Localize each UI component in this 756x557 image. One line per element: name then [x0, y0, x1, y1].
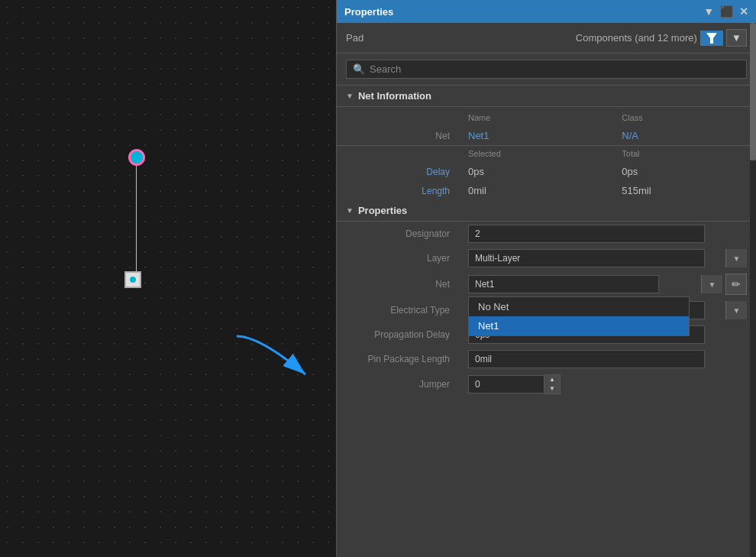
layer-select-arrow-icon: ▼ — [725, 249, 747, 267]
panel-header-controls: ▼ ⬛ ✕ — [703, 5, 748, 18]
net-select[interactable]: Net1 — [468, 275, 659, 293]
net-row: Net Net1 N/A — [337, 126, 756, 146]
stepper-up-button[interactable]: ▲ — [544, 375, 560, 384]
blue-arrow — [229, 329, 321, 392]
length-selected: 0mil — [459, 181, 612, 200]
net-info-table: Name Class Net Net1 N/A Selected Total D… — [337, 107, 756, 200]
properties-section-header: ▼ Properties — [337, 200, 756, 222]
jumper-stepper: ▲ ▼ — [468, 374, 747, 394]
net-field-wrap: Net1 ▼ No Net Net1 ✏ — [468, 274, 747, 295]
svg-marker-1 — [706, 33, 717, 44]
filter-button[interactable] — [700, 31, 723, 46]
properties-panel: Properties ▼ ⬛ ✕ Pad Components (and 12 … — [336, 0, 756, 557]
class-col-header: Class — [612, 107, 756, 126]
sub-header: Pad Components (and 12 more) ▼ — [337, 23, 756, 53]
name-col-header: Name — [459, 107, 612, 126]
length-row: Length 0mil 515mil — [337, 181, 756, 200]
jumper-input[interactable] — [468, 375, 544, 393]
pad-circle[interactable] — [128, 149, 145, 166]
total-col-header: Total — [612, 146, 756, 163]
canvas-area — [0, 0, 336, 557]
delay-selected: 0ps — [459, 162, 612, 181]
properties-section-title: Properties — [358, 205, 407, 216]
propagation-delay-label: Propagation Delay — [337, 322, 459, 347]
length-label: Length — [337, 181, 459, 200]
layer-select-wrap: Multi-Layer ▼ — [468, 249, 747, 267]
designator-input[interactable] — [468, 225, 705, 243]
length-total: 515mil — [612, 181, 756, 200]
net-property-row: Net Net1 ▼ — [337, 270, 756, 298]
net-property-label: Net — [337, 270, 459, 298]
scrollbar-thumb[interactable] — [750, 23, 756, 160]
collapse-triangle[interactable]: ▼ — [346, 92, 354, 100]
wire-line — [136, 164, 137, 274]
delay-total: 0ps — [612, 162, 756, 181]
properties-table: Designator Layer Multi-Layer ▼ — [337, 222, 756, 397]
panel-header: Properties ▼ ⬛ ✕ — [337, 0, 756, 23]
sub-header-left-label: Pad — [346, 32, 363, 44]
pin-package-length-row: Pin Package Length — [337, 347, 756, 371]
net-edit-button[interactable]: ✏ — [725, 274, 747, 295]
net-class-value: N/A — [612, 126, 756, 146]
search-bar: 🔍 — [337, 53, 756, 86]
pad-square[interactable] — [124, 271, 141, 288]
sub-header-right: Components (and 12 more) ▼ — [576, 29, 747, 47]
net-info-header-row: Name Class — [337, 107, 756, 126]
designator-label: Designator — [337, 222, 459, 246]
net-row-label: Net — [337, 126, 459, 146]
empty-col — [337, 107, 459, 126]
pin-package-length-label: Pin Package Length — [337, 347, 459, 371]
pin-down-icon[interactable]: ▼ — [703, 5, 714, 18]
empty-col-2 — [337, 146, 459, 163]
layer-row: Layer Multi-Layer ▼ — [337, 246, 756, 270]
net-select-outer: Net1 ▼ — [468, 275, 722, 293]
layer-select[interactable]: Multi-Layer — [468, 249, 705, 267]
net-information-section: ▼ Net Information Name Class Net Net1 N/… — [337, 86, 756, 200]
net-select-arrow-icon: ▼ — [701, 275, 722, 293]
net-select-wrap: Net1 ▼ No Net Net1 — [468, 275, 722, 293]
divider-row-1: Selected Total — [337, 146, 756, 163]
panel-title: Properties — [344, 6, 393, 18]
layer-label: Layer — [337, 246, 459, 270]
components-label: Components (and 12 more) — [576, 32, 697, 44]
components-dropdown-button[interactable]: ▼ — [726, 29, 747, 47]
close-icon[interactable]: ✕ — [739, 5, 748, 18]
jumper-row: Jumper ▲ ▼ — [337, 371, 756, 397]
search-input-wrap: 🔍 — [346, 60, 747, 79]
net-information-header: ▼ Net Information — [337, 86, 756, 107]
panel-body: ▼ Net Information Name Class Net Net1 N/… — [337, 86, 756, 557]
net-information-title: Net Information — [358, 90, 431, 102]
filter-icon — [706, 33, 717, 44]
selected-col-header: Selected — [459, 146, 612, 163]
delay-label: Delay — [337, 162, 459, 181]
search-input[interactable] — [370, 63, 740, 75]
dropdown-item-net1[interactable]: Net1 — [469, 316, 689, 335]
search-icon: 🔍 — [353, 63, 365, 75]
properties-collapse-triangle[interactable]: ▼ — [346, 206, 354, 215]
designator-row: Designator — [337, 222, 756, 246]
delay-row: Delay 0ps 0ps — [337, 162, 756, 181]
properties-section: ▼ Properties Designator Layer — [337, 200, 756, 397]
scrollbar-track — [750, 23, 756, 557]
net-dropdown-menu: No Net Net1 — [468, 296, 690, 336]
stepper-down-button[interactable]: ▼ — [544, 384, 560, 393]
pin-package-length-input[interactable] — [468, 350, 705, 368]
stepper-buttons: ▲ ▼ — [544, 374, 561, 394]
dropdown-item-no-net[interactable]: No Net — [469, 297, 689, 316]
net-name-value: Net1 — [459, 126, 612, 146]
electrical-type-arrow-icon: ▼ — [725, 301, 747, 319]
pushpin-icon[interactable]: ⬛ — [720, 5, 733, 18]
electrical-type-label: Electrical Type — [337, 298, 459, 322]
jumper-label: Jumper — [337, 371, 459, 397]
